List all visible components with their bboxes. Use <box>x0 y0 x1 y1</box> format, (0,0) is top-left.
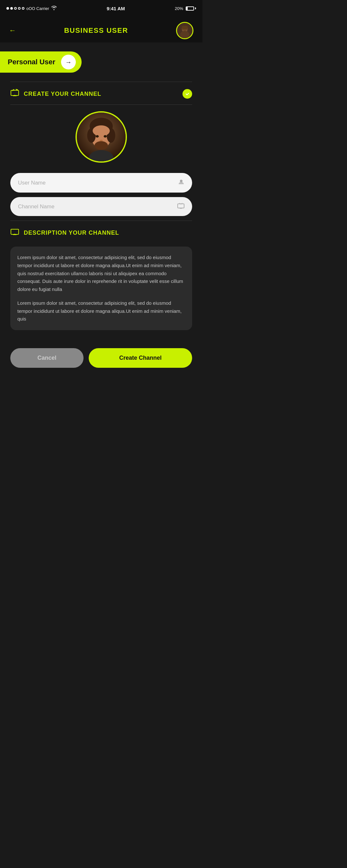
profile-avatar-wrapper <box>0 105 202 173</box>
status-left: oOO Carrier <box>6 6 57 11</box>
profile-avatar[interactable] <box>75 111 127 163</box>
description-section-header: DESCRIPTION YOUR CHANNEL <box>0 221 202 243</box>
svg-rect-26 <box>181 208 182 208</box>
channelname-input[interactable] <box>18 204 177 210</box>
svg-rect-7 <box>14 95 15 96</box>
svg-rect-24 <box>178 204 184 208</box>
user-icon <box>178 179 184 187</box>
status-right: 20% <box>175 6 196 11</box>
signal-icon <box>6 7 24 10</box>
tv-icon-2 <box>10 228 19 238</box>
input-group <box>0 173 202 216</box>
svg-rect-4 <box>182 26 188 29</box>
battery-percent: 20% <box>175 6 183 11</box>
svg-rect-31 <box>14 234 15 235</box>
header: ← BUSINESS USER <box>0 16 202 42</box>
personal-user-label: Personal User <box>8 58 55 66</box>
page-title: BUSINESS USER <box>64 26 128 35</box>
create-channel-button[interactable]: Create Channel <box>89 348 192 368</box>
status-time: 9:41 AM <box>107 6 125 11</box>
avatar[interactable] <box>176 22 193 39</box>
battery-icon <box>186 6 196 10</box>
carrier-label: oOO Carrier <box>26 6 49 11</box>
description-textarea-wrapper[interactable]: Lorem ipsum dolor sit amet, consectetur … <box>10 247 192 330</box>
svg-rect-5 <box>11 90 19 95</box>
svg-point-19 <box>104 135 107 137</box>
toggle-arrow-button[interactable]: → <box>61 55 76 69</box>
wifi-icon <box>51 6 57 11</box>
svg-point-17 <box>93 125 109 136</box>
tv-icon-input <box>177 203 184 210</box>
channelname-input-wrapper[interactable] <box>10 197 192 216</box>
username-input-wrapper[interactable] <box>10 173 192 192</box>
svg-point-18 <box>96 135 99 137</box>
svg-point-21 <box>94 141 108 150</box>
bottom-buttons: Cancel Create Channel <box>0 339 202 381</box>
create-channel-header: CREATE YOUR CHANNEL <box>0 82 202 104</box>
svg-rect-8 <box>12 89 14 91</box>
svg-rect-29 <box>11 229 19 235</box>
back-button[interactable]: ← <box>9 26 16 35</box>
create-channel-title: CREATE YOUR CHANNEL <box>24 91 178 97</box>
cancel-button[interactable]: Cancel <box>10 348 84 368</box>
tv-icon-1 <box>10 89 19 99</box>
description-text-1: Lorem ipsum dolor sit amet, consectetur … <box>18 254 185 293</box>
description-title: DESCRIPTION YOUR CHANNEL <box>24 229 192 236</box>
description-text-2: Lorem ipsum dolor sit amet, consectetur … <box>18 299 185 323</box>
svg-point-10 <box>185 91 190 96</box>
personal-user-toggle[interactable]: Personal User → <box>0 52 82 73</box>
status-bar: oOO Carrier 9:41 AM 20% <box>0 0 202 16</box>
check-badge <box>183 89 192 99</box>
svg-point-23 <box>180 180 183 182</box>
username-input[interactable] <box>18 180 178 186</box>
